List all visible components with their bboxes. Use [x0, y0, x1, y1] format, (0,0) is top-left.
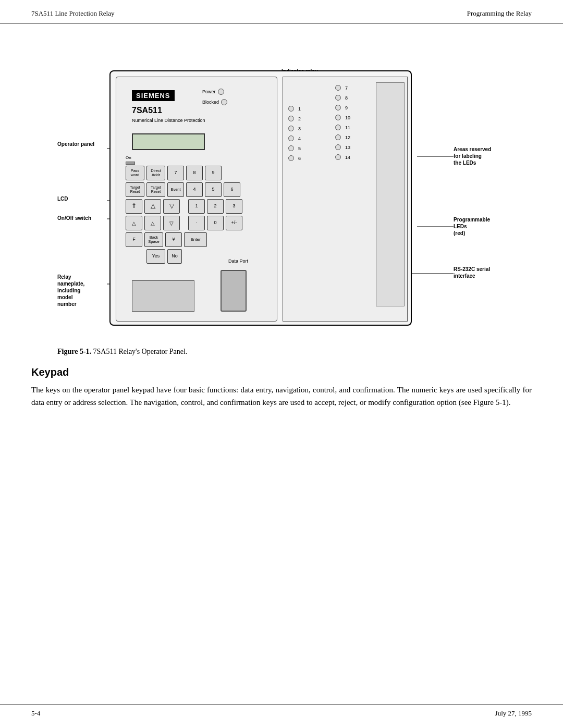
- key-direct-addr[interactable]: DirectAddr: [146, 166, 165, 180]
- areas-reserved-label: Areas reserved for labeling the LEDs: [454, 146, 491, 166]
- key-target-reset-1[interactable]: TargetReset: [126, 182, 144, 197]
- key-password[interactable]: Password: [126, 166, 144, 180]
- led-2: 2: [288, 116, 301, 121]
- key-0[interactable]: 0: [207, 216, 224, 230]
- key-plus-minus[interactable]: +/-: [226, 216, 242, 230]
- diagram-wrapper: Operator panel LCD On/Off switch Relay n…: [57, 39, 506, 341]
- led-label-area: [376, 82, 405, 306]
- figure-container: Operator panel LCD On/Off switch Relay n…: [31, 39, 532, 356]
- key-nav-down[interactable]: ▽: [163, 199, 180, 214]
- footer-left: 5-4: [31, 709, 40, 718]
- key-nav-up-double[interactable]: ⇑: [126, 199, 142, 214]
- power-led: [218, 89, 224, 95]
- led-1: 1: [288, 106, 301, 112]
- page-footer: 5-4 July 27, 1995: [0, 705, 563, 718]
- header-left: 7SA511 Line Protection Relay: [31, 9, 114, 18]
- key-2[interactable]: 2: [207, 199, 224, 214]
- onoff-label: On/Off switch: [57, 215, 91, 221]
- led-13: 13: [335, 144, 350, 150]
- key-target-reset-2[interactable]: TargetReset: [146, 182, 165, 197]
- relay-nameplate: [132, 280, 194, 312]
- key-9[interactable]: 9: [205, 166, 222, 180]
- blocked-led: [221, 99, 227, 105]
- led-10: 10: [335, 115, 350, 120]
- header-right: Programming the Relay: [467, 9, 532, 18]
- keypad-row-3: ⇑ △ ▽ 1 2 3: [126, 199, 272, 214]
- blocked-indicator: Blocked: [202, 99, 227, 105]
- key-yen[interactable]: ¥: [165, 232, 182, 247]
- keypad-heading: Keypad: [31, 366, 532, 378]
- leds-left-column: 1 2 3 4 5 6: [288, 106, 301, 161]
- key-event[interactable]: Event: [167, 182, 184, 197]
- led-14: 14: [335, 154, 350, 160]
- key-6[interactable]: 6: [224, 182, 240, 197]
- panel-right: 1 2 3 4 5 6 7 8 9 10 11 12: [283, 77, 408, 322]
- figure-caption-bold: Figure 5-1.: [57, 348, 91, 355]
- figure-caption: Figure 5-1. 7SA511 Relay's Operator Pane…: [57, 348, 506, 356]
- siemens-logo: SIEMENS: [132, 90, 175, 101]
- led-11: 11: [335, 125, 350, 130]
- key-dot[interactable]: ·: [188, 216, 205, 230]
- key-nav-small-up-double[interactable]: △: [126, 216, 142, 230]
- rs232-label: RS-232C serial interface: [454, 266, 490, 279]
- data-port-connector: [221, 270, 247, 312]
- led-8: 8: [335, 95, 350, 101]
- relay-panel: SIEMENS 7SA511 Numerical Line Distance P…: [109, 70, 412, 326]
- footer-right: July 27, 1995: [495, 709, 532, 718]
- led-5: 5: [288, 145, 301, 151]
- led-7: 7: [335, 85, 350, 91]
- programmable-leds-label: Programmable LEDs (red): [454, 216, 490, 237]
- lcd-label: LCD: [57, 195, 68, 202]
- key-nav-up[interactable]: △: [144, 199, 161, 214]
- key-7[interactable]: 7: [167, 166, 184, 180]
- data-port-label: Data Port: [228, 258, 248, 264]
- key-enter[interactable]: Enter: [184, 232, 207, 247]
- led-9: 9: [335, 105, 350, 110]
- key-1[interactable]: 1: [188, 199, 205, 214]
- led-6: 6: [288, 155, 301, 161]
- panel-left: SIEMENS 7SA511 Numerical Line Distance P…: [116, 77, 277, 322]
- key-yes[interactable]: Yes: [146, 249, 165, 264]
- relay-nameplate-label: Relay nameplate, including model number: [57, 274, 84, 307]
- key-f[interactable]: F: [126, 232, 142, 247]
- led-12: 12: [335, 134, 350, 140]
- key-4[interactable]: 4: [186, 182, 203, 197]
- key-3[interactable]: 3: [226, 199, 242, 214]
- model-name: 7SA511: [132, 106, 162, 115]
- led-3: 3: [288, 126, 301, 131]
- key-no[interactable]: No: [167, 249, 182, 264]
- led-4: 4: [288, 135, 301, 141]
- key-backspace[interactable]: BackSpace: [144, 232, 163, 247]
- keypad-body: The keys on the operator panel keypad ha…: [31, 384, 532, 409]
- key-nav-small-up[interactable]: △: [144, 216, 161, 230]
- page-header: 7SA511 Line Protection Relay Programming…: [0, 0, 563, 23]
- model-desc: Numerical Line Distance Protection: [132, 118, 205, 123]
- key-8[interactable]: 8: [186, 166, 203, 180]
- power-indicator: Power: [202, 89, 224, 95]
- key-nav-small-down[interactable]: ▽: [163, 216, 180, 230]
- lcd-display: [132, 133, 205, 150]
- operator-panel-label: Operator panel: [57, 141, 94, 147]
- keypad-row-5: F BackSpace ¥ Enter: [126, 232, 272, 247]
- figure-caption-text: 7SA511 Relay's Operator Panel.: [91, 348, 187, 355]
- keypad-row-6: Yes No: [126, 249, 272, 264]
- keypad-row-1: Password DirectAddr 7 8 9: [126, 166, 272, 180]
- key-5[interactable]: 5: [205, 182, 222, 197]
- leds-right-column: 7 8 9 10 11 12 13 14: [335, 85, 350, 160]
- keypad-row-2: TargetReset TargetReset Event 4 5 6: [126, 182, 272, 197]
- keypad-row-4: △ △ ▽ · 0 +/-: [126, 216, 272, 230]
- keypad-area: Password DirectAddr 7 8 9 TargetReset Ta…: [126, 166, 272, 266]
